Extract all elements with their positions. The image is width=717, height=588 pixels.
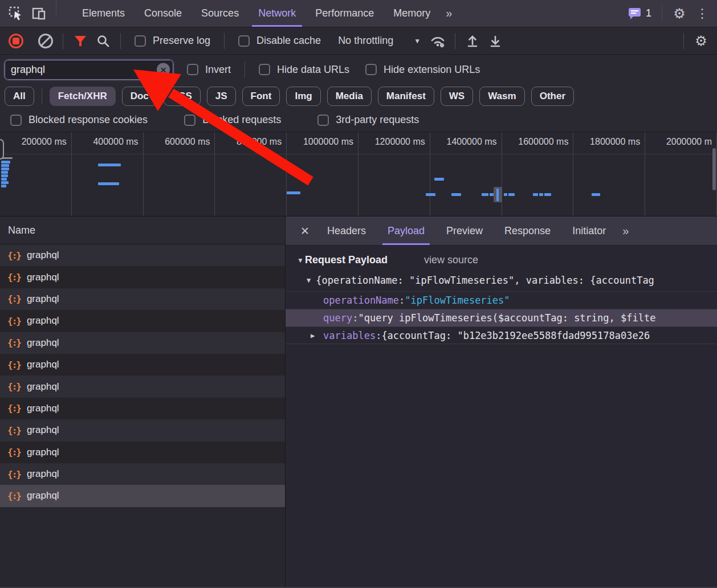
throttling-select[interactable]: No throttling ▼ <box>338 35 421 47</box>
payload-root-row[interactable]: ▼ {operationName: "ipFlowTimeseries", va… <box>286 270 717 291</box>
network-settings-gear-icon[interactable]: ⚙ <box>690 30 712 52</box>
chip-manifest[interactable]: Manifest <box>378 87 434 106</box>
request-timing-bar[interactable] <box>287 191 300 194</box>
tab-sources[interactable]: Sources <box>192 0 248 27</box>
table-row[interactable]: {:}graphql <box>0 266 285 288</box>
chip-fetch-xhr[interactable]: Fetch/XHR <box>50 87 116 106</box>
hide-extension-urls-toggle[interactable]: Hide extension URLs <box>365 64 480 76</box>
filter-input[interactable] <box>5 60 173 80</box>
collapse-triangle-icon[interactable]: ▼ <box>297 256 304 264</box>
chip-js[interactable]: JS <box>207 87 236 106</box>
network-overview-timeline[interactable]: 200000 ms 400000 ms 600000 ms 800000 ms … <box>0 132 717 217</box>
request-timing-bar[interactable] <box>490 193 494 196</box>
invert-checkbox[interactable] <box>187 64 198 75</box>
request-timing-bar[interactable] <box>544 193 551 196</box>
chip-img[interactable]: Img <box>286 87 320 106</box>
blocked-response-cookies-checkbox[interactable] <box>10 115 22 126</box>
settings-gear-icon[interactable]: ⚙ <box>668 2 691 25</box>
timeline-handle[interactable] <box>0 139 4 160</box>
request-timing-bar[interactable] <box>1 185 6 187</box>
device-toolbar-icon[interactable] <box>27 2 50 25</box>
table-row-selected[interactable]: {:}graphql <box>0 485 285 507</box>
request-timing-bar[interactable] <box>451 193 461 196</box>
tab-preview[interactable]: Preview <box>435 217 494 245</box>
tab-network[interactable]: Network <box>248 0 305 27</box>
import-har-icon[interactable] <box>461 30 484 52</box>
tab-initiator[interactable]: Initiator <box>561 217 617 245</box>
request-timing-bar[interactable] <box>533 193 538 196</box>
third-party-requests-checkbox[interactable] <box>317 115 329 126</box>
search-icon[interactable] <box>92 30 115 52</box>
table-row[interactable]: {:}graphql <box>0 244 285 266</box>
request-timing-bar[interactable] <box>504 193 507 196</box>
chip-wasm[interactable]: Wasm <box>479 87 524 106</box>
tab-payload[interactable]: Payload <box>377 217 435 245</box>
tab-console[interactable]: Console <box>135 0 192 27</box>
request-timing-bar[interactable] <box>1 178 7 181</box>
table-row[interactable]: {:}graphql <box>0 310 285 332</box>
chip-doc[interactable]: Doc <box>122 87 157 106</box>
table-row[interactable]: {:}graphql <box>0 288 285 310</box>
preserve-log-checkbox[interactable] <box>135 35 146 47</box>
third-party-requests-toggle[interactable]: 3rd-party requests <box>317 114 419 126</box>
chip-ws[interactable]: WS <box>441 87 473 106</box>
hide-data-urls-toggle[interactable]: Hide data URLs <box>259 64 349 76</box>
table-row[interactable]: {:}graphql <box>0 354 285 375</box>
tab-memory[interactable]: Memory <box>384 0 440 27</box>
disable-cache-checkbox[interactable] <box>238 35 250 47</box>
preserve-log-toggle[interactable]: Preserve log <box>135 35 210 47</box>
request-timing-bar[interactable] <box>539 193 543 196</box>
inspect-element-icon[interactable] <box>5 2 27 25</box>
timeline-scrollbar-thumb[interactable] <box>712 148 716 190</box>
network-conditions-icon[interactable] <box>426 30 449 52</box>
table-row[interactable]: {:}graphql <box>0 398 285 419</box>
more-tabs-icon[interactable]: » <box>440 0 459 27</box>
request-timing-bar[interactable] <box>98 164 121 166</box>
filter-icon[interactable] <box>69 30 92 52</box>
request-timing-bar[interactable] <box>1 171 8 174</box>
view-source-link[interactable]: view source <box>424 254 478 266</box>
name-column-header[interactable]: Name <box>0 217 285 244</box>
blocked-requests-toggle[interactable]: Blocked requests <box>184 114 281 126</box>
expand-triangle-icon[interactable]: ▶ <box>311 332 315 340</box>
chip-all[interactable]: All <box>5 87 34 106</box>
request-timing-bar[interactable] <box>1 174 8 177</box>
request-timing-bar[interactable] <box>482 193 488 196</box>
hide-extension-urls-checkbox[interactable] <box>365 64 377 75</box>
request-timing-bar[interactable] <box>1 164 9 167</box>
kebab-menu-icon[interactable]: ⋮ <box>691 2 714 25</box>
chip-other[interactable]: Other <box>531 87 574 106</box>
request-timing-bar[interactable] <box>1 181 9 184</box>
request-timing-bar[interactable] <box>508 193 515 196</box>
export-har-icon[interactable] <box>484 30 507 52</box>
tab-elements[interactable]: Elements <box>72 0 135 27</box>
table-row[interactable]: {:}graphql <box>0 463 285 485</box>
blocked-requests-checkbox[interactable] <box>184 115 195 126</box>
table-row[interactable]: {:}graphql <box>0 332 285 354</box>
chip-css[interactable]: CSS <box>164 87 201 106</box>
payload-row-variables[interactable]: ▶ variables: {accountTag: "b12e3b2192ee5… <box>286 326 717 344</box>
request-timing-bar[interactable] <box>98 182 119 185</box>
payload-row-operationname[interactable]: operationName: "ipFlowTimeseries" <box>286 291 717 309</box>
clear-filter-icon[interactable]: ✕ <box>157 63 170 76</box>
tab-response[interactable]: Response <box>494 217 561 245</box>
blocked-response-cookies-toggle[interactable]: Blocked response cookies <box>10 114 148 126</box>
clear-network-log-button[interactable] <box>34 30 57 52</box>
tab-performance[interactable]: Performance <box>305 0 384 27</box>
hide-data-urls-checkbox[interactable] <box>259 64 270 75</box>
close-icon[interactable]: ✕ <box>294 217 316 245</box>
request-timing-bar[interactable] <box>592 193 600 196</box>
payload-row-query[interactable]: query: "query ipFlowTimeseries($accountT… <box>286 309 717 326</box>
disable-cache-toggle[interactable]: Disable cache <box>238 35 321 47</box>
record-network-log-button[interactable] <box>5 30 27 52</box>
request-timing-bar[interactable] <box>1 168 9 170</box>
request-timing-bar[interactable] <box>1 161 10 164</box>
invert-toggle[interactable]: Invert <box>187 64 231 76</box>
request-timing-bar[interactable] <box>426 193 435 196</box>
chip-font[interactable]: Font <box>242 87 280 106</box>
issues-counter[interactable]: 1 <box>624 7 656 20</box>
request-timing-bar[interactable] <box>434 178 444 181</box>
table-row[interactable]: {:}graphql <box>0 375 285 397</box>
tab-headers[interactable]: Headers <box>316 217 377 245</box>
collapse-triangle-icon[interactable]: ▼ <box>307 276 311 284</box>
